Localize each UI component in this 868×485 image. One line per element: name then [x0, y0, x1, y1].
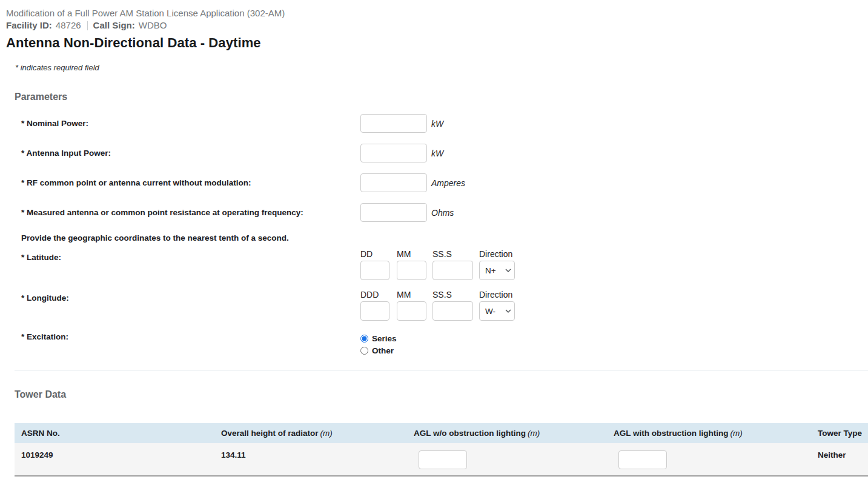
latitude-direction-select-wrap: N+: [479, 261, 515, 280]
vertical-divider: [87, 21, 88, 30]
latitude-mm-header: MM: [397, 250, 432, 258]
parameters-form: * Nominal Power: kW * Antenna Input Powe…: [0, 109, 868, 227]
measured-resistance-unit: Ohms: [431, 208, 454, 218]
longitude-label: * Longitude:: [21, 290, 360, 321]
asrn-cell: 1019249: [15, 443, 214, 476]
other-radio[interactable]: [360, 347, 368, 355]
overall-height-cell: 134.11: [214, 443, 407, 476]
coordinates-note: Provide the geographic coordinates to th…: [21, 233, 868, 243]
agl-with-cell: [607, 443, 811, 476]
longitude-inputs: W-: [360, 301, 515, 321]
tower-type-cell: Neither: [811, 443, 868, 476]
facility-line: Facility ID: 48726 Call Sign: WDBO: [6, 19, 868, 32]
latitude-column-headers: DD MM SS.S Direction: [360, 250, 515, 258]
tower-data-section-title: Tower Data: [15, 389, 868, 401]
latitude-dd-input[interactable]: [360, 261, 389, 280]
nominal-power-input[interactable]: [360, 114, 427, 133]
antenna-input-power-input[interactable]: [360, 144, 427, 162]
antenna-data-form-page: Modification of a Full Power AM Station …: [0, 0, 868, 477]
longitude-direction-header: Direction: [479, 290, 515, 299]
latitude-dd-header: DD: [360, 250, 397, 258]
longitude-ddd-header: DDD: [360, 290, 397, 299]
longitude-sss-header: SS.S: [432, 290, 479, 299]
col-header-agl-without: AGL w/o obstruction lighting(m): [407, 423, 607, 443]
excitation-radio-group: Series Other: [360, 332, 397, 356]
longitude-coordinate-group: DDD MM SS.S Direction W-: [360, 290, 515, 321]
agl-without-cell: [407, 443, 607, 476]
facility-id-value: 48726: [56, 19, 81, 32]
parameters-section-title: Parameters: [15, 91, 868, 103]
measured-resistance-input[interactable]: [360, 203, 427, 222]
series-radio-label: Series: [372, 334, 397, 343]
application-title: Modification of a Full Power AM Station …: [6, 7, 868, 19]
rf-common-point-current-input[interactable]: [360, 173, 427, 192]
excitation-label: * Excitation:: [21, 332, 360, 356]
antenna-input-power-unit: kW: [431, 149, 443, 158]
other-radio-label: Other: [372, 346, 394, 355]
latitude-direction-select[interactable]: N+: [479, 261, 515, 280]
col-header-agl-with: AGL with obstruction lighting(m): [607, 423, 811, 443]
agl-with-lighting-input[interactable]: [618, 450, 667, 469]
longitude-direction-select[interactable]: W-: [479, 301, 515, 321]
rf-common-point-label: * RF common point or antenna current wit…: [21, 178, 360, 187]
longitude-direction-select-wrap: W-: [479, 301, 515, 321]
latitude-sss-header: SS.S: [432, 250, 479, 258]
page-title: Antenna Non-Directional Data - Daytime: [6, 35, 868, 51]
antenna-input-power-label: * Antenna Input Power:: [21, 149, 360, 158]
measured-resistance-label: * Measured antenna or common point resis…: [21, 208, 360, 217]
excitation-other-option[interactable]: Other: [360, 344, 397, 356]
latitude-inputs: N+: [360, 261, 515, 280]
required-field-note: * indicates required field: [15, 63, 868, 73]
latitude-coordinate-group: DD MM SS.S Direction N+: [360, 250, 515, 280]
longitude-sss-input[interactable]: [432, 301, 473, 321]
rf-common-point-row: * RF common point or antenna current wit…: [0, 168, 868, 198]
nominal-power-label: * Nominal Power:: [21, 119, 360, 128]
latitude-sss-input[interactable]: [432, 261, 473, 280]
table-row: 1019249 134.11 Neither: [15, 443, 868, 476]
tower-data-table: ASRN No. Overall height of radiator(m) A…: [15, 423, 868, 477]
longitude-mm-header: MM: [397, 290, 432, 299]
page-header: Modification of a Full Power AM Station …: [0, 0, 868, 51]
excitation-row: * Excitation: Series Other: [0, 332, 868, 356]
longitude-ddd-input[interactable]: [360, 301, 389, 321]
nominal-power-unit: kW: [431, 119, 443, 129]
latitude-row: * Latitude: DD MM SS.S Direction N+: [0, 250, 868, 280]
call-sign-value: WDBO: [139, 19, 167, 32]
rf-common-point-unit: Amperes: [431, 178, 465, 188]
nominal-power-row: * Nominal Power: kW: [0, 109, 868, 138]
measured-resistance-row: * Measured antenna or common point resis…: [0, 198, 868, 227]
excitation-series-option[interactable]: Series: [360, 332, 397, 344]
col-header-overall-height: Overall height of radiator(m): [214, 423, 407, 443]
longitude-mm-input[interactable]: [397, 301, 426, 321]
facility-id-label: Facility ID:: [6, 19, 52, 32]
col-header-tower-type: Tower Type: [811, 423, 868, 443]
col-header-asrn: ASRN No.: [15, 423, 214, 443]
call-sign-label: Call Sign:: [93, 19, 135, 32]
section-divider: [15, 370, 868, 370]
longitude-column-headers: DDD MM SS.S Direction: [360, 290, 515, 299]
agl-without-lighting-input[interactable]: [419, 450, 467, 469]
longitude-row: * Longitude: DDD MM SS.S Direction W-: [0, 290, 868, 321]
latitude-direction-header: Direction: [479, 250, 515, 258]
series-radio[interactable]: [360, 335, 368, 343]
latitude-label: * Latitude:: [21, 250, 360, 280]
antenna-input-power-row: * Antenna Input Power: kW: [0, 138, 868, 168]
tower-table-header: ASRN No. Overall height of radiator(m) A…: [15, 423, 868, 443]
latitude-mm-input[interactable]: [397, 261, 426, 280]
